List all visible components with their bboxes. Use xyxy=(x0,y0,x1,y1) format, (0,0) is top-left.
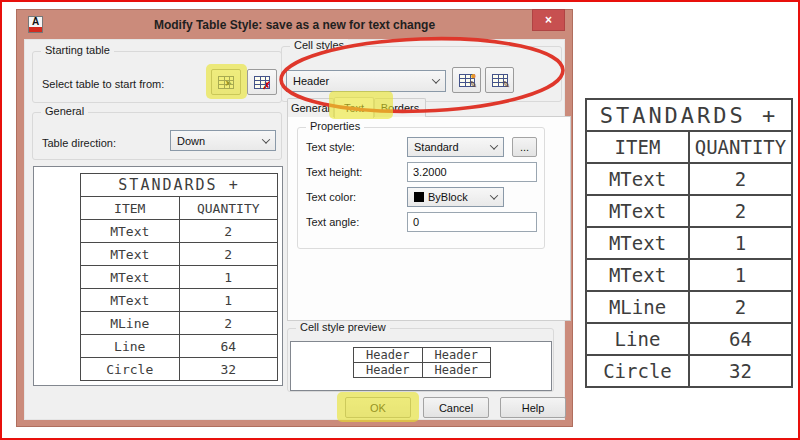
text-style-label: Text style: xyxy=(306,141,355,153)
tab-general-label: General xyxy=(291,102,330,114)
cell-styles-group-label: Cell styles xyxy=(290,39,348,51)
cell-style-preview-table: Header Header Header Header xyxy=(353,347,491,378)
preview-col-quantity: QUANTITY xyxy=(179,197,278,220)
text-height-value: 3.2000 xyxy=(413,166,447,178)
chevron-down-icon xyxy=(490,141,498,149)
chevron-down-icon xyxy=(432,75,440,83)
table-row: Circle32 xyxy=(586,355,792,387)
general-group-label: General xyxy=(41,105,88,117)
cancel-button[interactable]: Cancel xyxy=(423,397,489,418)
table-delete-icon: ✗ xyxy=(254,76,270,89)
table-row: MText2 xyxy=(586,163,792,195)
text-height-input[interactable]: 3.2000 xyxy=(407,162,537,182)
dialog-body: Starting table Select table to start fro… xyxy=(24,39,565,420)
preview-cell: Header xyxy=(354,348,423,363)
preview-cad-table: STANDARDS + ITEM QUANTITY MText2 MText2 … xyxy=(80,173,278,381)
table-row: MText2 xyxy=(81,220,278,243)
table-row: Circle32 xyxy=(81,358,278,381)
text-tab-panel: Properties Text style: Standard ... Text… xyxy=(287,116,571,321)
dialog-titlebar[interactable]: A Modify Table Style: save as a new for … xyxy=(17,10,572,39)
text-style-select[interactable]: Standard xyxy=(407,137,504,157)
table-row: MText1 xyxy=(586,227,792,259)
tab-borders[interactable]: Borders xyxy=(374,98,426,117)
close-icon: × xyxy=(545,13,552,27)
ok-button[interactable]: OK xyxy=(345,397,411,418)
starting-table-group-label: Starting table xyxy=(41,44,114,56)
drawing-col-quantity: QUANTITY xyxy=(689,131,792,163)
text-angle-label: Text angle: xyxy=(306,216,359,228)
preview-cell: Header xyxy=(422,363,491,378)
autocad-app-icon-letter: A xyxy=(29,17,42,27)
chevron-down-icon xyxy=(490,191,498,199)
preview-cell: Header xyxy=(354,363,423,378)
table-row: MText1 xyxy=(81,289,278,312)
autocad-app-icon-red-bar xyxy=(29,27,42,32)
preview-cell: Header xyxy=(422,348,491,363)
tab-text-label: Text xyxy=(344,102,364,114)
remove-table-button[interactable]: ✗ xyxy=(247,69,277,95)
chevron-down-icon xyxy=(262,135,270,143)
manage-cell-styles-button[interactable]: ✎ xyxy=(485,67,514,93)
table-row: MText1 xyxy=(81,266,278,289)
cell-style-preview-box: Header Header Header Header xyxy=(290,341,552,391)
tab-text[interactable]: Text xyxy=(334,97,374,118)
cancel-button-label: Cancel xyxy=(439,402,473,414)
drawing-col-item: ITEM xyxy=(586,131,689,163)
preview-table-title: STANDARDS + xyxy=(81,174,278,197)
table-direction-value: Down xyxy=(177,135,205,147)
text-color-select[interactable]: ByBlock xyxy=(407,187,504,207)
tab-borders-label: Borders xyxy=(381,102,420,114)
text-color-value: ByBlock xyxy=(428,191,468,203)
table-row: MText1 xyxy=(586,259,792,291)
cell-style-select[interactable]: Header xyxy=(286,70,446,92)
table-row: MText2 xyxy=(81,243,278,266)
dialog-title: Modify Table Style: save as a new for te… xyxy=(154,18,435,32)
color-swatch-black xyxy=(414,192,424,202)
cell-style-preview-group: Cell style preview Header Header Header … xyxy=(287,328,554,392)
help-button-label: Help xyxy=(522,402,545,414)
table-row: Line64 xyxy=(81,335,278,358)
cell-style-preview-label: Cell style preview xyxy=(296,321,390,333)
drawing-table-title: STANDARDS + xyxy=(586,99,792,131)
starting-table-group: Starting table Select table to start fro… xyxy=(32,51,282,103)
tab-general[interactable]: General xyxy=(287,98,334,117)
drawing-cad-table: STANDARDS + ITEM QUANTITY MText2 MText2 … xyxy=(585,98,793,388)
text-style-browse-button[interactable]: ... xyxy=(512,137,537,157)
table-select-icon: ➤ xyxy=(218,76,234,89)
modify-table-style-dialog: A Modify Table Style: save as a new for … xyxy=(16,9,573,427)
text-style-value: Standard xyxy=(414,141,459,153)
text-angle-input[interactable]: 0 xyxy=(407,212,537,232)
text-angle-value: 0 xyxy=(413,216,419,228)
table-direction-label: Table direction: xyxy=(42,137,116,149)
select-table-label: Select table to start from: xyxy=(42,78,164,90)
manage-cell-styles-icon: ✎ xyxy=(492,74,508,87)
table-row: MLine2 xyxy=(81,312,278,335)
new-cell-style-icon: ●✎ xyxy=(459,74,475,87)
table-row: MText2 xyxy=(586,195,792,227)
autocad-app-icon: A xyxy=(28,16,43,33)
table-row: Line64 xyxy=(586,323,792,355)
ok-button-label: OK xyxy=(370,402,386,414)
ellipsis-icon: ... xyxy=(520,141,529,153)
create-cell-style-button[interactable]: ●✎ xyxy=(452,67,481,93)
select-table-button[interactable]: ➤ xyxy=(211,69,241,95)
cell-style-value: Header xyxy=(293,75,329,87)
text-color-label: Text color: xyxy=(306,191,356,203)
table-preview-panel: STANDARDS + ITEM QUANTITY MText2 MText2 … xyxy=(33,166,283,386)
close-button[interactable]: × xyxy=(532,9,565,31)
help-button[interactable]: Help xyxy=(500,397,566,418)
preview-col-item: ITEM xyxy=(81,197,180,220)
properties-group-label: Properties xyxy=(306,120,364,132)
table-row: MLine2 xyxy=(586,291,792,323)
table-direction-select[interactable]: Down xyxy=(170,130,276,151)
text-height-label: Text height: xyxy=(306,166,362,178)
screenshot-root: A Modify Table Style: save as a new for … xyxy=(0,0,800,440)
